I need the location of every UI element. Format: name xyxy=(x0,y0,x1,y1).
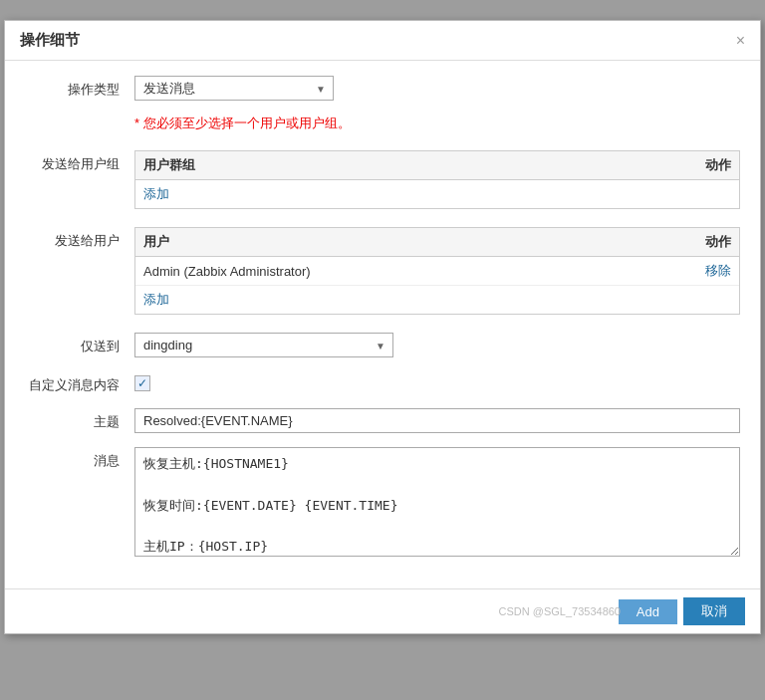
send-only-to-label: 仅送到 xyxy=(25,333,134,355)
user-table-row: Admin (Zabbix Administrator) 移除 xyxy=(135,257,739,286)
operation-type-select-wrapper: 发送消息 发送命令 xyxy=(134,76,334,101)
send-to-user-control: 用户 动作 Admin (Zabbix Administrator) 移除 添加 xyxy=(134,227,740,319)
send-to-user-row: 发送给用户 用户 动作 Admin (Zabbix Administrator)… xyxy=(25,227,740,319)
custom-message-checkbox[interactable]: ✓ xyxy=(134,375,150,391)
user-row-action: 移除 xyxy=(651,262,731,280)
dialog-body: 操作类型 发送消息 发送命令 * 您必须至少选择一个用户或用户组。 xyxy=(5,61,760,588)
cancel-button[interactable]: 取消 xyxy=(683,597,745,625)
group-table: 用户群组 动作 添加 xyxy=(134,150,740,209)
user-add-row: 添加 xyxy=(135,286,739,314)
message-control: 恢复主机:{HOSTNAME1} 恢复时间:{EVENT.DATE} {EVEN… xyxy=(134,447,740,560)
checkbox-check-icon: ✓ xyxy=(137,377,147,389)
send-to-group-control: 用户群组 动作 添加 xyxy=(134,150,740,213)
operation-type-select[interactable]: 发送消息 发送命令 xyxy=(134,76,334,101)
group-table-header: 用户群组 动作 xyxy=(135,151,739,180)
group-col-header: 用户群组 xyxy=(143,156,651,174)
user-action-col-header: 动作 xyxy=(651,233,731,251)
subject-control xyxy=(134,408,740,433)
operation-type-label: 操作类型 xyxy=(25,76,134,99)
send-only-to-select-wrapper: dingding Email SMS xyxy=(134,333,393,357)
message-label: 消息 xyxy=(25,447,134,470)
user-table-header: 用户 动作 xyxy=(135,228,739,257)
watermark: CSDN @SGL_73534860 xyxy=(499,605,621,617)
send-to-user-label: 发送给用户 xyxy=(25,227,134,250)
dialog-footer: CSDN @SGL_73534860 Add 取消 xyxy=(5,588,760,633)
send-to-group-row: 发送给用户组 用户群组 动作 添加 xyxy=(25,150,740,213)
message-textarea[interactable]: 恢复主机:{HOSTNAME1} 恢复时间:{EVENT.DATE} {EVEN… xyxy=(134,447,740,557)
subject-row: 主题 xyxy=(25,408,740,433)
subject-input[interactable] xyxy=(134,408,740,433)
custom-message-label: 自定义消息内容 xyxy=(25,371,134,394)
dialog-title: 操作细节 xyxy=(20,31,80,50)
send-only-to-control: dingding Email SMS xyxy=(134,333,740,357)
warning-label-spacer xyxy=(25,115,134,119)
warning-text-wrap: * 您必须至少选择一个用户或用户组。 xyxy=(134,115,740,136)
operation-type-row: 操作类型 发送消息 发送命令 xyxy=(25,76,740,101)
group-add-button[interactable]: 添加 xyxy=(143,185,169,203)
dialog-title-bar: 操作细节 × xyxy=(5,21,760,61)
operations-dialog: 操作细节 × 操作类型 发送消息 发送命令 xyxy=(4,20,761,634)
message-row: 消息 恢复主机:{HOSTNAME1} 恢复时间:{EVENT.DATE} {E… xyxy=(25,447,740,560)
custom-message-row: 自定义消息内容 ✓ xyxy=(25,371,740,394)
send-only-to-select[interactable]: dingding Email SMS xyxy=(134,333,393,357)
custom-message-control: ✓ xyxy=(134,375,740,391)
close-button[interactable]: × xyxy=(736,33,745,49)
user-add-button[interactable]: 添加 xyxy=(143,291,169,309)
dialog-overlay: 操作细节 × 操作类型 发送消息 发送命令 xyxy=(0,0,765,700)
warning-text: * 您必须至少选择一个用户或用户组。 xyxy=(134,115,740,132)
user-row-name: Admin (Zabbix Administrator) xyxy=(143,264,651,279)
warning-row: * 您必须至少选择一个用户或用户组。 xyxy=(25,115,740,136)
add-button[interactable]: Add xyxy=(619,599,677,624)
group-action-col-header: 动作 xyxy=(651,156,731,174)
operation-type-control: 发送消息 发送命令 xyxy=(134,76,740,101)
send-only-to-row: 仅送到 dingding Email SMS xyxy=(25,333,740,357)
user-col-header: 用户 xyxy=(143,233,651,251)
subject-label: 主题 xyxy=(25,408,134,431)
group-add-row: 添加 xyxy=(135,180,739,208)
user-remove-link[interactable]: 移除 xyxy=(705,263,731,278)
user-table: 用户 动作 Admin (Zabbix Administrator) 移除 添加 xyxy=(134,227,740,315)
send-to-group-label: 发送给用户组 xyxy=(25,150,134,173)
